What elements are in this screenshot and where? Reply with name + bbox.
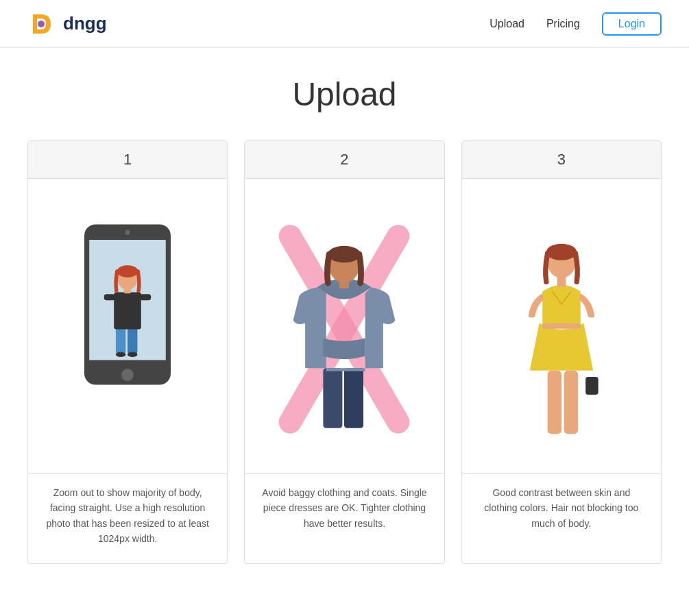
svg-rect-25	[585, 377, 599, 395]
svg-point-12	[117, 265, 138, 278]
svg-rect-23	[564, 371, 578, 434]
page-title: Upload	[27, 75, 662, 113]
svg-rect-7	[114, 293, 141, 330]
svg-point-4	[121, 369, 134, 381]
svg-point-0	[38, 21, 45, 27]
svg-rect-8	[104, 294, 115, 300]
card-3-number: 3	[462, 141, 661, 179]
svg-rect-9	[140, 294, 151, 300]
card-2-description: Avoid baggy clothing and coats. Single p…	[245, 473, 444, 547]
svg-rect-6	[128, 326, 137, 354]
svg-rect-24	[542, 323, 581, 328]
card-2-image	[245, 179, 444, 473]
svg-rect-18	[344, 368, 363, 428]
login-button[interactable]: Login	[602, 12, 662, 36]
svg-point-14	[128, 352, 137, 357]
main-nav: Upload Pricing Login	[489, 12, 662, 36]
nav-upload[interactable]: Upload	[489, 18, 524, 30]
card-2-number: 2	[245, 141, 444, 179]
baggy-illustration	[272, 196, 416, 456]
card-1-image	[28, 179, 227, 473]
card-3-image	[462, 179, 661, 473]
svg-rect-21	[339, 280, 349, 288]
card-1-number: 1	[28, 141, 227, 179]
cards-container: 1	[27, 140, 662, 564]
nav-pricing[interactable]: Pricing	[546, 18, 580, 30]
logo-area: dngg	[27, 9, 107, 39]
phone-illustration	[66, 210, 189, 443]
svg-point-20	[328, 246, 361, 263]
svg-rect-5	[116, 326, 125, 354]
card-3: 3	[461, 140, 662, 564]
card-1-description: Zoom out to show majority of body, facin…	[28, 473, 227, 563]
card-2: 2	[244, 140, 444, 564]
svg-rect-17	[324, 368, 343, 428]
svg-point-28	[546, 244, 577, 260]
card-1: 1	[27, 140, 228, 564]
main-content: Upload 1	[0, 48, 689, 605]
svg-point-13	[116, 352, 125, 357]
svg-point-3	[125, 230, 130, 235]
logo-icon	[27, 9, 58, 39]
card-3-description: Good contrast between skin and clothing …	[462, 473, 661, 547]
header: dngg Upload Pricing Login	[0, 0, 689, 48]
good-illustration	[496, 199, 627, 453]
logo-text: dngg	[63, 13, 107, 34]
svg-rect-22	[547, 371, 561, 434]
